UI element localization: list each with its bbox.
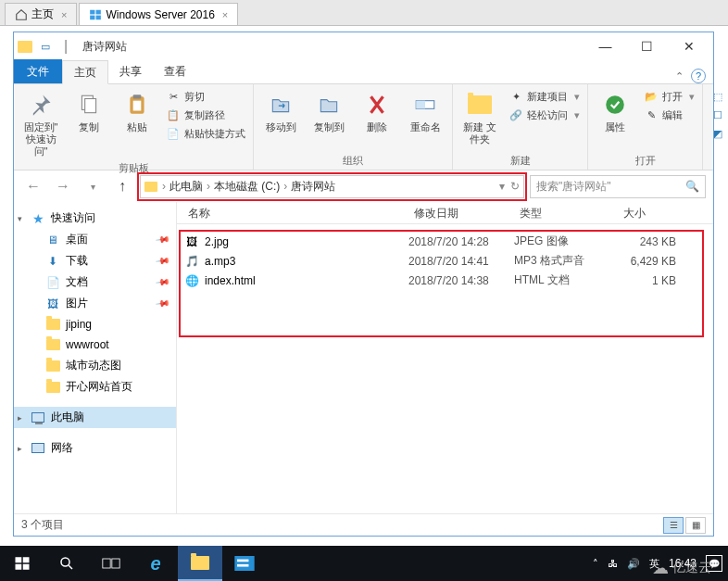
tab-view[interactable]: 查看: [153, 59, 197, 83]
file-row[interactable]: 🌐index.html 2018/7/20 14:38 HTML 文档 1 KB: [181, 271, 702, 290]
close-icon[interactable]: ×: [61, 9, 67, 20]
sidebar-item-jiping[interactable]: jiping: [14, 314, 176, 335]
app-folder-icon: [18, 39, 32, 54]
close-icon[interactable]: ×: [222, 9, 228, 20]
dropdown-icon[interactable]: ▾: [499, 180, 505, 193]
ribbon-group-clipboard: 固定到" 快速访问" 复制 粘贴 ✂剪切 📋复制路径 📄粘贴快捷方式 剪贴板: [14, 84, 254, 170]
sidebar-item-wwwroot[interactable]: wwwroot: [14, 335, 176, 355]
refresh-icon[interactable]: ↻: [510, 180, 520, 193]
column-headers: 名称 修改日期 类型 大小: [177, 202, 713, 224]
rename-button[interactable]: 重命名: [404, 88, 446, 135]
col-size[interactable]: 大小: [616, 202, 713, 223]
qat-btn[interactable]: ▭: [38, 39, 53, 54]
sidebar-thispc[interactable]: ▸此电脑: [14, 407, 176, 428]
search-placeholder: 搜索"唐诗网站": [536, 179, 611, 195]
svg-rect-15: [23, 564, 30, 570]
back-button[interactable]: ←: [21, 174, 45, 198]
taskview-button[interactable]: [89, 546, 133, 581]
copy-icon: [74, 90, 104, 120]
pin-to-quick-access-button[interactable]: 固定到" 快速访问": [19, 88, 62, 159]
col-type[interactable]: 类型: [512, 202, 616, 223]
tray-clock[interactable]: 16:43: [669, 557, 697, 570]
select-none-button[interactable]: ☐全部取消: [709, 107, 728, 123]
close-button[interactable]: ✕: [668, 33, 709, 59]
sidebar: ▾ ★ 快速访问 🖥桌面📌 ⬇下载📌 📄文档📌 🖼图片📌 jiping wwwr…: [14, 202, 177, 513]
col-name[interactable]: 名称: [177, 202, 407, 223]
tray-notifications[interactable]: 💬: [706, 555, 722, 572]
search-input[interactable]: 搜索"唐诗网站" 🔍: [530, 175, 706, 198]
file-row[interactable]: 🎵a.mp3 2018/7/20 14:41 MP3 格式声音 6,429 KB: [181, 251, 702, 271]
host-tab-home[interactable]: 主页 ×: [5, 3, 77, 25]
file-tab[interactable]: 文件: [14, 59, 62, 83]
svg-rect-21: [237, 564, 248, 567]
open-button[interactable]: 📂打开▾: [642, 88, 697, 105]
easyaccess-icon: 🔗: [508, 107, 523, 122]
download-icon: ⬇: [45, 254, 60, 269]
sidebar-item-city[interactable]: 城市动态图: [14, 355, 176, 376]
forward-button[interactable]: →: [51, 174, 75, 198]
file-row[interactable]: 🖼2.jpg 2018/7/20 14:28 JPEG 图像 243 KB: [181, 232, 702, 251]
server-manager-button[interactable]: [222, 546, 267, 581]
copyto-button[interactable]: 复制到: [308, 88, 350, 135]
select-all-button[interactable]: ⬚全部选择: [709, 88, 728, 105]
properties-button[interactable]: 属性: [594, 88, 636, 135]
easy-access-button[interactable]: 🔗轻松访问▾: [507, 107, 582, 123]
help-button[interactable]: ?: [691, 69, 706, 83]
tray-chevron-up-icon[interactable]: ˄: [593, 558, 598, 570]
moveto-button[interactable]: 移动到: [259, 88, 302, 135]
svg-rect-17: [103, 559, 110, 568]
copy-button[interactable]: 复制: [68, 88, 110, 135]
window-icon: [89, 8, 102, 21]
cut-button[interactable]: ✂剪切: [164, 88, 247, 105]
tray-ime[interactable]: 英: [649, 557, 659, 571]
file-name: a.mp3: [205, 255, 235, 268]
ribbon-collapse[interactable]: ⌃: [675, 70, 684, 82]
delete-button[interactable]: 删除: [356, 88, 398, 135]
new-item-button[interactable]: ✦新建项目▾: [507, 88, 582, 105]
file-area-highlight: 🖼2.jpg 2018/7/20 14:28 JPEG 图像 243 KB 🎵a…: [179, 230, 704, 337]
sidebar-quick-access[interactable]: ▾ ★ 快速访问: [14, 208, 176, 229]
host-tab-label: 主页: [31, 6, 54, 22]
moveto-icon: [266, 90, 295, 120]
address-bar[interactable]: › 此电脑 › 本地磁盘 (C:) › 唐诗网站 ▾ ↻: [140, 175, 524, 198]
sidebar-item-desktop[interactable]: 🖥桌面📌: [14, 229, 176, 250]
home-icon: [15, 8, 28, 21]
ie-button[interactable]: e: [133, 546, 178, 581]
svg-rect-2: [91, 15, 95, 19]
crumb-disk[interactable]: 本地磁盘 (C:): [211, 179, 282, 195]
crumb-thispc[interactable]: 此电脑: [167, 179, 206, 195]
minimize-button[interactable]: —: [584, 33, 626, 59]
sidebar-item-downloads[interactable]: ⬇下载📌: [14, 250, 176, 272]
pin-icon: 📌: [156, 296, 170, 310]
paste-shortcut-button[interactable]: 📄粘贴快捷方式: [164, 125, 247, 142]
crumb-folder[interactable]: 唐诗网站: [288, 179, 338, 195]
search-button[interactable]: [44, 546, 89, 581]
copy-path-button[interactable]: 📋复制路径: [164, 107, 247, 123]
tab-home[interactable]: 主页: [62, 60, 108, 84]
view-details-button[interactable]: ☰: [663, 517, 684, 534]
view-icons-button[interactable]: ▦: [685, 517, 706, 534]
file-type: MP3 格式声音: [514, 253, 618, 269]
invert-selection-button[interactable]: ◩反向选择: [709, 125, 728, 142]
maximize-button[interactable]: ☐: [626, 33, 668, 59]
sidebar-network[interactable]: ▸网络: [14, 437, 176, 459]
edit-button[interactable]: ✎编辑: [642, 107, 697, 123]
start-button[interactable]: [0, 546, 44, 581]
tray-volume-icon[interactable]: 🔊: [627, 558, 640, 570]
tab-share[interactable]: 共享: [108, 59, 153, 83]
up-button[interactable]: ↑: [110, 174, 134, 198]
open-icon: 📂: [644, 89, 659, 104]
tray-network-icon[interactable]: 🖧: [608, 558, 618, 569]
new-folder-button[interactable]: 新建 文件夹: [458, 88, 501, 147]
sidebar-item-documents[interactable]: 📄文档📌: [14, 272, 176, 293]
sidebar-item-happy[interactable]: 开心网站首页: [14, 376, 176, 398]
paste-button[interactable]: 粘贴: [116, 88, 158, 135]
svg-rect-12: [16, 557, 22, 562]
recent-dropdown[interactable]: ▾: [81, 174, 105, 198]
host-tab-ws2016[interactable]: Windows Server 2016 ×: [79, 3, 238, 25]
col-date[interactable]: 修改日期: [407, 202, 512, 223]
svg-rect-20: [237, 560, 248, 562]
sidebar-item-pictures[interactable]: 🖼图片📌: [14, 293, 176, 314]
explorer-task-button[interactable]: [178, 546, 222, 581]
pin-icon: 📌: [156, 253, 170, 268]
